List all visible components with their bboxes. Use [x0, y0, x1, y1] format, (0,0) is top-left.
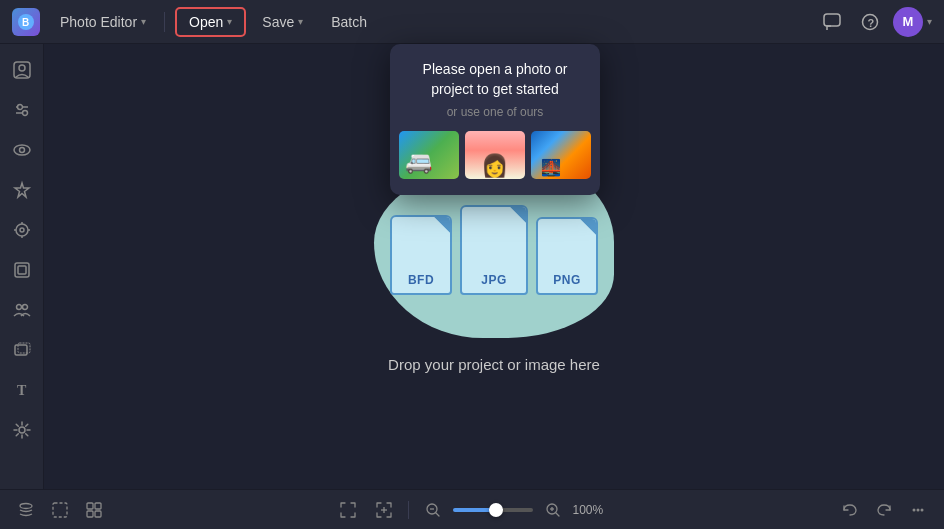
- sample-image-city[interactable]: [531, 131, 591, 179]
- svg-line-41: [556, 513, 559, 516]
- batch-label: Batch: [331, 14, 367, 30]
- zoom-out-button[interactable]: [419, 496, 447, 524]
- zoom-level: 100%: [573, 503, 611, 517]
- svg-point-42: [913, 508, 916, 511]
- svg-point-12: [19, 148, 24, 153]
- open-button[interactable]: Open ▾: [175, 7, 246, 37]
- open-chevron: ▾: [227, 16, 232, 27]
- svg-rect-30: [95, 503, 101, 509]
- user-chevron: ▾: [927, 16, 932, 27]
- sidebar-item-text[interactable]: T: [4, 372, 40, 408]
- drop-text: Drop your project or image here: [388, 356, 600, 373]
- svg-point-27: [20, 503, 32, 508]
- zoom-slider[interactable]: [453, 508, 533, 512]
- svg-text:T: T: [17, 383, 27, 398]
- sidebar-item-retouch[interactable]: [4, 212, 40, 248]
- help-button[interactable]: ?: [855, 7, 885, 37]
- app-logo: B: [12, 8, 40, 36]
- svg-point-26: [19, 427, 25, 433]
- sidebar-item-effects[interactable]: [4, 172, 40, 208]
- app-title-button[interactable]: Photo Editor ▾: [52, 10, 154, 34]
- file-icon-bfd: BFD: [390, 215, 452, 295]
- bottombar: 100%: [0, 489, 944, 529]
- redo-button[interactable]: [870, 496, 898, 524]
- svg-point-22: [22, 305, 27, 310]
- file-card-bfd: BFD: [390, 215, 452, 295]
- sidebar-item-settings[interactable]: [4, 412, 40, 448]
- fit-button[interactable]: [334, 496, 362, 524]
- svg-text:?: ?: [868, 16, 875, 28]
- sample-image-van[interactable]: [399, 131, 459, 179]
- open-label: Open: [189, 14, 223, 30]
- svg-text:B: B: [22, 17, 29, 28]
- layout-button[interactable]: [80, 496, 108, 524]
- svg-rect-28: [53, 503, 67, 517]
- file-card-jpg: JPG: [460, 205, 528, 295]
- app-title-label: Photo Editor: [60, 14, 137, 30]
- sample-images: [406, 131, 584, 179]
- sidebar-item-people[interactable]: [4, 292, 40, 328]
- file-card-png: PNG: [536, 217, 598, 295]
- save-button[interactable]: Save ▾: [250, 9, 315, 35]
- svg-point-14: [20, 228, 24, 232]
- actual-size-button[interactable]: [370, 496, 398, 524]
- sidebar-item-overlays[interactable]: [4, 332, 40, 368]
- zoom-controls: 100%: [419, 496, 611, 524]
- bottombar-divider-1: [408, 501, 409, 519]
- svg-point-44: [921, 508, 924, 511]
- svg-point-10: [22, 111, 27, 116]
- svg-point-8: [17, 105, 22, 110]
- open-dropdown: Please open a photo or project to get st…: [390, 44, 600, 195]
- svg-rect-29: [87, 503, 93, 509]
- svg-line-37: [436, 513, 439, 516]
- png-label: PNG: [553, 273, 581, 287]
- more-button[interactable]: [904, 496, 932, 524]
- svg-rect-32: [95, 511, 101, 517]
- svg-rect-2: [824, 14, 840, 26]
- topbar-divider-1: [164, 12, 165, 32]
- bfd-label: BFD: [408, 273, 434, 287]
- user-menu[interactable]: M ▾: [893, 7, 932, 37]
- batch-button[interactable]: Batch: [319, 9, 379, 35]
- topbar-right: ? M ▾: [817, 7, 932, 37]
- bottombar-center: 100%: [334, 496, 611, 524]
- open-dropdown-subtitle: or use one of ours: [406, 105, 584, 119]
- crop-button[interactable]: [46, 496, 74, 524]
- svg-point-13: [16, 224, 28, 236]
- bottombar-left: [12, 496, 108, 524]
- topbar: B Photo Editor ▾ Open ▾ Save ▾ Batch ?: [0, 0, 944, 44]
- jpg-label: JPG: [481, 273, 507, 287]
- svg-point-6: [19, 65, 25, 71]
- svg-rect-20: [18, 266, 26, 274]
- sidebar: T: [0, 44, 44, 489]
- file-icons: BFD JPG PNG: [390, 205, 598, 295]
- file-icon-png: PNG: [536, 217, 598, 295]
- svg-point-21: [16, 305, 21, 310]
- save-chevron: ▾: [298, 16, 303, 27]
- sidebar-item-frames[interactable]: [4, 252, 40, 288]
- bottombar-right: [836, 496, 932, 524]
- open-dropdown-title: Please open a photo or project to get st…: [406, 60, 584, 99]
- save-label: Save: [262, 14, 294, 30]
- zoom-in-button[interactable]: [539, 496, 567, 524]
- sidebar-item-portrait[interactable]: [4, 52, 40, 88]
- sample-image-portrait[interactable]: [465, 131, 525, 179]
- sidebar-item-adjust[interactable]: [4, 92, 40, 128]
- svg-rect-19: [15, 263, 29, 277]
- user-avatar: M: [893, 7, 923, 37]
- undo-button[interactable]: [836, 496, 864, 524]
- svg-point-43: [917, 508, 920, 511]
- chat-button[interactable]: [817, 7, 847, 37]
- layers-button[interactable]: [12, 496, 40, 524]
- svg-rect-31: [87, 511, 93, 517]
- app-title-chevron: ▾: [141, 16, 146, 27]
- svg-point-11: [14, 145, 30, 155]
- sidebar-item-view[interactable]: [4, 132, 40, 168]
- file-icon-jpg: JPG: [460, 205, 528, 295]
